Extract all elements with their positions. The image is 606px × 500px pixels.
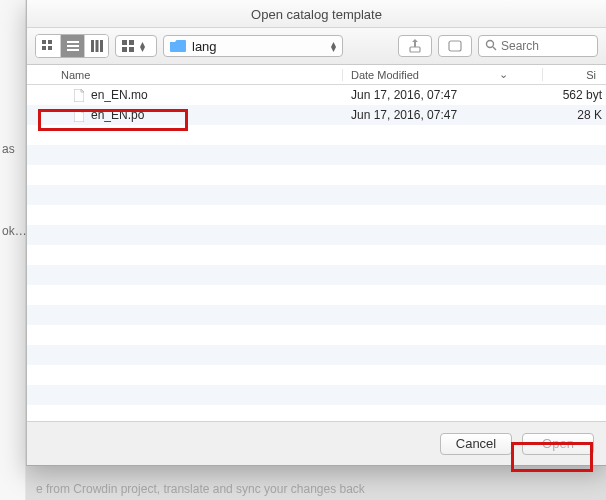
group-icon: [122, 40, 136, 52]
file-date: Jun 17, 2016, 07:47: [343, 108, 543, 122]
svg-rect-13: [129, 47, 134, 52]
share-button[interactable]: [398, 35, 432, 57]
svg-rect-12: [122, 47, 127, 52]
svg-rect-11: [129, 40, 134, 45]
background-content: e from Crowdin project, translate and sy…: [26, 466, 606, 500]
sidebar-fragment: ok…: [2, 224, 27, 238]
svg-rect-2: [42, 46, 46, 50]
svg-rect-0: [42, 40, 46, 44]
svg-rect-10: [122, 40, 127, 45]
cancel-button[interactable]: Cancel: [440, 433, 512, 455]
sidebar-fragment: as: [2, 142, 15, 156]
search-input[interactable]: [501, 39, 591, 53]
file-icon: [71, 109, 87, 122]
svg-rect-15: [449, 41, 461, 51]
svg-rect-7: [91, 40, 94, 52]
toolbar: ▴▾ lang ▴▾: [27, 28, 606, 65]
column-headers: Name Date Modified ⌄ Si: [27, 65, 606, 85]
column-header-date[interactable]: Date Modified ⌄: [343, 68, 543, 81]
search-field[interactable]: [478, 35, 598, 57]
folder-location-popup[interactable]: lang ▴▾: [163, 35, 343, 57]
folder-icon: [170, 40, 186, 52]
file-row[interactable]: en_EN.po Jun 17, 2016, 07:47 28 K: [27, 105, 606, 125]
view-mode-segment[interactable]: [35, 34, 109, 58]
svg-line-17: [493, 47, 496, 50]
arrange-popup[interactable]: ▴▾: [115, 35, 157, 57]
column-header-size[interactable]: Si: [543, 69, 606, 81]
svg-point-16: [487, 40, 494, 47]
tags-button[interactable]: [438, 35, 472, 57]
dialog-title: Open catalog template: [27, 0, 606, 28]
svg-rect-9: [100, 40, 103, 52]
grid-icon: [42, 40, 54, 52]
file-name: en_EN.mo: [87, 88, 343, 102]
svg-rect-1: [48, 40, 52, 44]
file-size: 562 byt: [543, 88, 606, 102]
file-name: en_EN.po: [87, 108, 343, 122]
columns-icon: [91, 40, 103, 52]
svg-rect-5: [67, 45, 79, 47]
column-header-name[interactable]: Name: [27, 69, 343, 81]
open-dialog: Open catalog template ▴▾ lang ▴▾: [26, 0, 606, 466]
chevron-updown-icon: ▴▾: [140, 41, 145, 51]
file-list: en_EN.mo Jun 17, 2016, 07:47 562 byt en_…: [27, 85, 606, 421]
view-columns-button[interactable]: [84, 35, 108, 57]
svg-rect-14: [410, 47, 420, 52]
svg-rect-3: [48, 46, 52, 50]
view-list-button[interactable]: [60, 35, 84, 57]
open-button[interactable]: Open: [522, 433, 594, 455]
dialog-footer: Cancel Open: [27, 421, 606, 465]
share-icon: [409, 39, 421, 53]
folder-location-label: lang: [190, 39, 327, 54]
file-date: Jun 17, 2016, 07:47: [343, 88, 543, 102]
view-icons-button[interactable]: [36, 35, 60, 57]
file-icon: [71, 89, 87, 102]
sort-indicator-icon: ⌄: [499, 68, 508, 81]
svg-rect-4: [67, 41, 79, 43]
tag-icon: [448, 40, 462, 52]
svg-rect-6: [67, 49, 79, 51]
file-row[interactable]: en_EN.mo Jun 17, 2016, 07:47 562 byt: [27, 85, 606, 105]
list-icon: [67, 40, 79, 52]
file-size: 28 K: [543, 108, 606, 122]
svg-rect-8: [95, 40, 98, 52]
chevron-updown-icon: ▴▾: [331, 41, 336, 51]
search-icon: [485, 39, 497, 54]
